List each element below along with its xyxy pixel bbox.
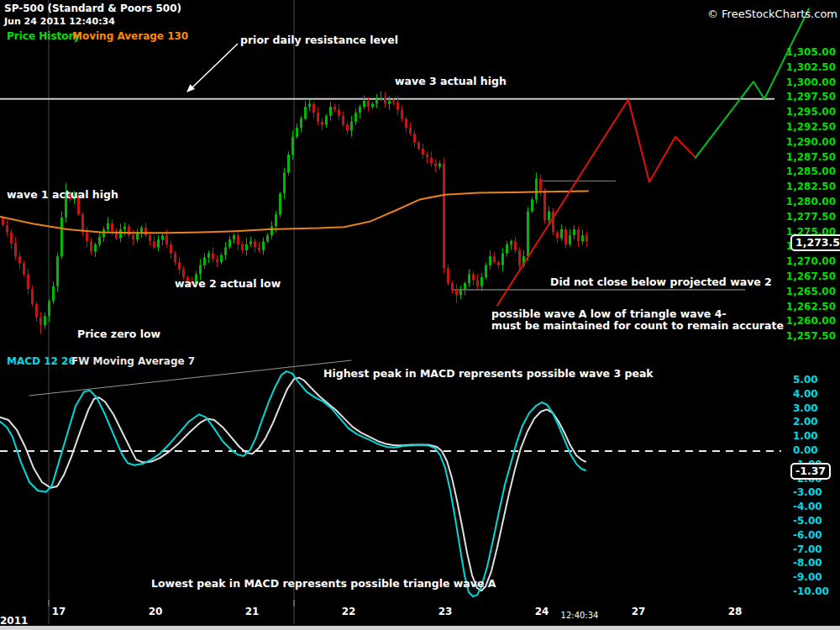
price-tick-label: 1,287.50 bbox=[777, 151, 836, 163]
price-tick-label: 1,262.50 bbox=[777, 301, 836, 312]
level-lines bbox=[0, 99, 774, 396]
price-tick-label: 1,257.50 bbox=[777, 330, 836, 342]
candles-group bbox=[2, 92, 588, 334]
date-tick-label: 24 bbox=[535, 606, 549, 617]
macd-tick-label: 2.00 bbox=[793, 416, 840, 428]
price-tick-label: 1,292.50 bbox=[777, 121, 836, 133]
annotation-macd-lowest-peak: Lowest peak in MACD represents possible … bbox=[151, 577, 496, 590]
price-tick-label: 1,260.00 bbox=[777, 315, 836, 327]
price-tick-label: 1,270.00 bbox=[777, 255, 836, 267]
price-tick-label: 1,297.50 bbox=[777, 91, 836, 102]
annotation-macd-highest-peak: Highest peak in MACD represents possible… bbox=[323, 367, 654, 380]
date-tick-label: 22 bbox=[342, 606, 356, 617]
annotation-prior-resistance: prior daily resistance level bbox=[240, 34, 398, 46]
price-tick-label: 1,295.00 bbox=[777, 106, 836, 118]
date-tick-label: 23 bbox=[438, 606, 453, 617]
copyright-link[interactable]: © FreeStockCharts.com bbox=[707, 8, 837, 20]
last-price-badge: 1,273.51 bbox=[790, 234, 840, 251]
current-time-label: 12:40:34 bbox=[561, 611, 599, 620]
price-tick-label: 1,265.00 bbox=[777, 286, 836, 297]
macd-tick-label: -8.00 bbox=[793, 557, 840, 569]
annotation-price-zero-low: Price zero low bbox=[77, 328, 160, 340]
projection-lines bbox=[497, 8, 809, 305]
macd-tick-label: 4.00 bbox=[793, 388, 840, 400]
macd-curves bbox=[0, 371, 585, 596]
chart-app: SP-500 (Standard & Poors 500) Jun 24 201… bbox=[0, 0, 840, 630]
legend-macd-signal[interactable]: FW Moving Average 7 bbox=[71, 355, 195, 367]
macd-tick-label: -5.00 bbox=[793, 515, 840, 527]
date-tick-label: 17 bbox=[52, 606, 66, 617]
macd-tick-label: -10.00 bbox=[793, 585, 840, 597]
macd-tick-label: -3.00 bbox=[793, 486, 840, 498]
price-tick-label: 1,300.00 bbox=[777, 76, 836, 88]
annotation-arrow bbox=[186, 44, 238, 92]
chart-timestamp: Jun 24 2011 12:40:34 bbox=[4, 16, 115, 27]
macd-tick-label: -6.00 bbox=[793, 529, 840, 541]
annotation-wave3-high: wave 3 actual high bbox=[395, 75, 507, 87]
year-label: 2011 bbox=[0, 615, 28, 627]
legend-macd[interactable]: MACD 12 26 bbox=[7, 355, 76, 367]
price-tick-label: 1,302.50 bbox=[777, 61, 836, 73]
date-tick-label: 28 bbox=[728, 606, 743, 617]
legend-moving-average[interactable]: Moving Average 130 bbox=[72, 30, 188, 42]
macd-tick-label: 1.00 bbox=[793, 430, 840, 442]
macd-tick-label: 5.00 bbox=[793, 374, 840, 386]
macd-tick-label: 0.00 bbox=[793, 444, 840, 456]
price-tick-label: 1,282.50 bbox=[777, 181, 836, 192]
price-tick-label: 1,305.00 bbox=[777, 46, 836, 58]
macd-tick-label: -7.00 bbox=[793, 543, 840, 555]
date-tick-label: 27 bbox=[632, 606, 646, 617]
annotation-wave2-low: wave 2 actual low bbox=[175, 277, 281, 290]
price-tick-label: 1,277.50 bbox=[777, 211, 836, 223]
price-tick-label: 1,290.00 bbox=[777, 136, 836, 148]
price-tick-label: 1,267.50 bbox=[777, 270, 836, 282]
legend-price-history[interactable]: Price History bbox=[7, 30, 80, 42]
price-tick-label: 1,285.00 bbox=[777, 165, 836, 177]
bottom-scrollbar[interactable] bbox=[0, 626, 840, 630]
macd-tick-label: 3.00 bbox=[793, 402, 840, 414]
last-macd-badge: -1.37 bbox=[790, 463, 831, 480]
chart-title: SP-500 (Standard & Poors 500) bbox=[4, 3, 181, 14]
macd-tick-label: -9.00 bbox=[793, 571, 840, 583]
date-tick-label: 20 bbox=[149, 606, 163, 617]
annotation-no-close-below: Did not close below projected wave 2 bbox=[550, 276, 772, 288]
date-tick-label: 21 bbox=[245, 606, 260, 617]
price-tick-label: 1,280.00 bbox=[777, 196, 836, 207]
annotation-wave-a-line1: possible wave A low of triangle wave 4- bbox=[491, 307, 727, 320]
annotation-wave-a-line2: must be maintained for count to remain a… bbox=[491, 319, 784, 332]
macd-tick-label: -4.00 bbox=[793, 501, 840, 512]
annotation-wave1-high: wave 1 actual high bbox=[7, 188, 118, 201]
